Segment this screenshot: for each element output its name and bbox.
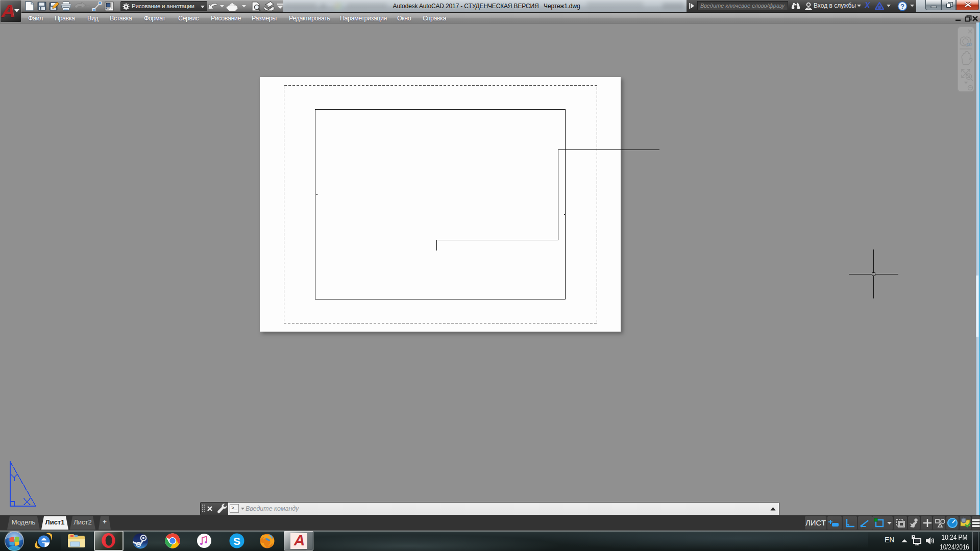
svg-text:?: ? xyxy=(900,3,904,10)
svg-text:2D: 2D xyxy=(966,42,972,47)
svg-text:S: S xyxy=(233,535,240,547)
